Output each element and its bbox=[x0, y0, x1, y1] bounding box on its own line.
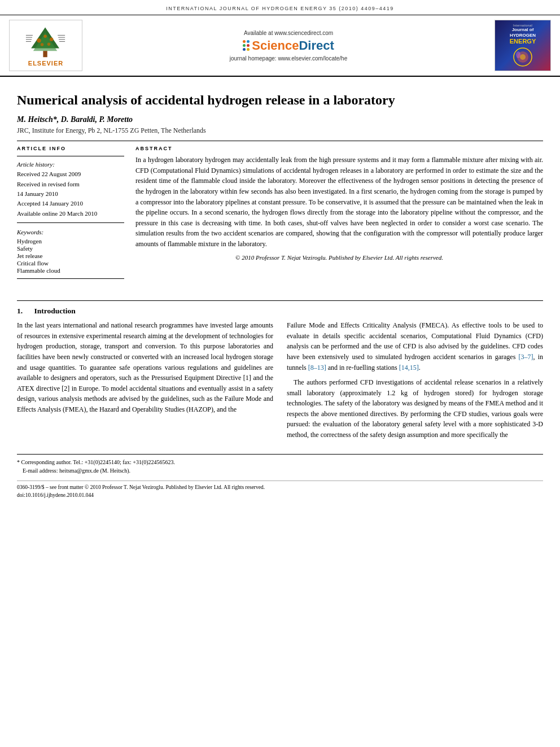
keywords-divider bbox=[17, 222, 124, 223]
abstract-col: ABSTRACT In a hydrogen laboratory hydrog… bbox=[135, 146, 543, 283]
affiliation-line: JRC, Institute for Energy, Pb 2, NL-1755… bbox=[17, 126, 543, 135]
history-item-0: Received 22 August 2009 bbox=[17, 170, 124, 178]
he-hydrogen-text: HYDROGEN bbox=[510, 33, 536, 38]
abstract-heading: ABSTRACT bbox=[135, 146, 543, 151]
svg-point-5 bbox=[43, 34, 47, 38]
center-header: Available at www.sciencedirect.com bbox=[88, 20, 489, 71]
affiliation-text: JRC, Institute for Energy, Pb 2, NL-1755… bbox=[17, 126, 206, 134]
history-item-2: 14 January 2010 bbox=[17, 190, 124, 198]
section1-title: Introduction bbox=[34, 307, 75, 315]
history-item-3: Accepted 14 January 2010 bbox=[17, 199, 124, 208]
footnote-email: E-mail address: heitsma@gmx.de (M. Heits… bbox=[17, 466, 543, 475]
history-item-1: Received in revised form bbox=[17, 180, 124, 189]
author-names: M. Heitsch*, D. Baraldi, P. Moretto bbox=[17, 115, 133, 124]
article-title: Numerical analysis of accidental hydroge… bbox=[17, 91, 543, 108]
info-divider bbox=[17, 156, 124, 156]
journal-title: INTERNATIONAL JOURNAL OF HYDROGEN ENERGY… bbox=[166, 6, 394, 11]
keyword-4: Flammable cloud bbox=[17, 267, 124, 274]
svg-point-3 bbox=[37, 38, 41, 42]
journal-header-bar: INTERNATIONAL JOURNAL OF HYDROGEN ENERGY… bbox=[0, 0, 560, 15]
keyword-2: Jet release bbox=[17, 252, 124, 259]
section1-col-right: Failure Mode and Effects Criticality Ana… bbox=[287, 320, 543, 445]
section1-right-text: Failure Mode and Effects Criticality Ana… bbox=[287, 320, 543, 440]
svg-point-6 bbox=[41, 43, 44, 46]
sciencedirect-logo: ScienceDirect bbox=[243, 38, 334, 53]
elsevier-tree-icon bbox=[23, 25, 68, 59]
available-text: Available at www.sciencedirect.com bbox=[244, 30, 333, 36]
svg-point-7 bbox=[47, 42, 51, 46]
elsevier-logo: ELSEVIER bbox=[9, 20, 82, 71]
keyword-0: Hydrogen bbox=[17, 238, 124, 244]
svg-point-18 bbox=[520, 54, 526, 60]
footnote-section: * Corresponding author. Tel.: +31(0)2245… bbox=[17, 454, 543, 475]
main-content: Numerical analysis of accidental hydroge… bbox=[0, 77, 560, 289]
abstract-text: In a hydrogen laboratory hydrogen may ac… bbox=[135, 155, 543, 249]
abstract-paragraph: In a hydrogen laboratory hydrogen may ac… bbox=[135, 155, 543, 249]
header-logos: ELSEVIER Available at www.sciencedirect.… bbox=[0, 15, 560, 77]
footnote-doi: doi:10.1016/j.ijhydene.2010.01.044 bbox=[17, 491, 543, 499]
he-journal-text: Journal of bbox=[512, 27, 534, 33]
body-divider bbox=[17, 300, 543, 301]
header-divider bbox=[17, 141, 543, 141]
hydrogen-energy-logo: International Journal of HYDROGEN ENERGY bbox=[495, 20, 551, 71]
article-info-abstract: ARTICLE INFO Article history: Received 2… bbox=[17, 146, 543, 283]
section1-col-left: In the last years international and nati… bbox=[17, 320, 273, 445]
section1-heading: 1. Introduction bbox=[17, 307, 543, 316]
footnote-corresponding-author: * Corresponding author. Tel.: +31(0)2245… bbox=[17, 458, 543, 466]
footnote-bottom-bar: 0360-3199/$ – see front matter © 2010 Pr… bbox=[17, 480, 543, 500]
article-info-heading: ARTICLE INFO bbox=[17, 146, 124, 151]
authors-line: M. Heitsch*, D. Baraldi, P. Moretto bbox=[17, 115, 543, 124]
section1-left-text: In the last years international and nati… bbox=[17, 320, 273, 414]
ref-14-15[interactable]: [14,15] bbox=[399, 364, 419, 372]
abstract-copyright: © 2010 Professor T. Nejat Veziroglu. Pub… bbox=[135, 254, 543, 261]
keywords-bottom-divider bbox=[17, 278, 124, 279]
keyword-3: Critical flow bbox=[17, 260, 124, 267]
section1-columns: In the last years international and nati… bbox=[17, 320, 543, 445]
keyword-1: Safety bbox=[17, 245, 124, 252]
history-item-4: Available online 20 March 2010 bbox=[17, 209, 124, 218]
ref-3-7[interactable]: [3–7] bbox=[519, 353, 533, 361]
svg-point-4 bbox=[50, 37, 53, 41]
sciencedirect-name: ScienceDirect bbox=[252, 38, 334, 53]
journal-homepage: journal homepage: www.elsevier.com/locat… bbox=[230, 55, 347, 62]
ref-8-13[interactable]: [8–13] bbox=[308, 364, 326, 372]
elsevier-brand-text: ELSEVIER bbox=[28, 60, 63, 67]
he-graphic-icon bbox=[506, 45, 540, 67]
page: INTERNATIONAL JOURNAL OF HYDROGEN ENERGY… bbox=[0, 0, 560, 747]
he-energy-text: ENERGY bbox=[510, 38, 536, 45]
keywords-label: Keywords: bbox=[17, 229, 124, 235]
svg-rect-0 bbox=[43, 51, 47, 57]
svg-point-19 bbox=[516, 51, 520, 58]
history-label: Article history: bbox=[17, 161, 124, 168]
body-content: 1. Introduction In the last years intern… bbox=[0, 289, 560, 505]
article-info-col: ARTICLE INFO Article history: Received 2… bbox=[17, 146, 124, 283]
sd-dots-icon bbox=[243, 40, 250, 51]
footnote-copyright-line: 0360-3199/$ – see front matter © 2010 Pr… bbox=[17, 483, 543, 491]
section1-number: 1. bbox=[17, 307, 23, 315]
